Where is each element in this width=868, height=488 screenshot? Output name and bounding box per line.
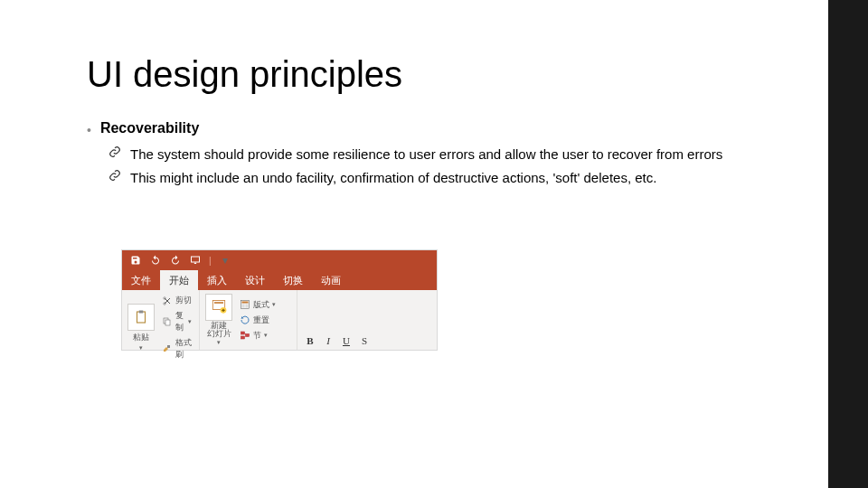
svg-rect-17 bbox=[246, 334, 250, 337]
svg-rect-1 bbox=[137, 312, 146, 323]
bullet-dot-icon: • bbox=[87, 120, 91, 140]
ribbon-body: 粘贴 ▾ 剪切 复制 ▾ bbox=[122, 290, 437, 350]
italic-button[interactable]: I bbox=[321, 333, 335, 348]
paintbrush-icon bbox=[162, 343, 173, 354]
svg-rect-6 bbox=[165, 320, 170, 325]
qat-separator: | bbox=[209, 256, 212, 266]
slide-title: UI design principles bbox=[87, 54, 796, 95]
tab-transitions[interactable]: 切换 bbox=[274, 270, 312, 290]
ribbon-tabs: 文件 开始 插入 设计 切换 动画 bbox=[122, 270, 437, 290]
undo-icon[interactable] bbox=[149, 254, 162, 267]
group-font: B I U S bbox=[297, 290, 437, 350]
tab-home[interactable]: 开始 bbox=[160, 270, 198, 290]
layout-icon bbox=[240, 299, 250, 310]
cut-button[interactable]: 剪切 bbox=[160, 294, 193, 307]
format-painter-button[interactable]: 格式刷 bbox=[160, 336, 193, 361]
tab-file[interactable]: 文件 bbox=[122, 270, 160, 290]
layout-button[interactable]: 版式 ▾ bbox=[238, 298, 278, 312]
shadow-button[interactable]: S bbox=[357, 333, 372, 348]
new-slide-label: 新建 幻灯片 bbox=[207, 322, 231, 338]
bullet-level2: This might include an undo facility, con… bbox=[108, 169, 796, 187]
bullet-level2: The system should provide some resilienc… bbox=[108, 145, 796, 164]
copy-icon bbox=[162, 316, 173, 327]
qat-customize-icon[interactable]: ▾ bbox=[219, 254, 231, 267]
font-style-row: B I U S bbox=[303, 333, 431, 348]
svg-rect-12 bbox=[242, 302, 249, 304]
slide-content: UI design principles • Recoverability Th… bbox=[87, 54, 796, 187]
accent-sidebar bbox=[828, 0, 868, 488]
tab-animations[interactable]: 动画 bbox=[312, 270, 350, 290]
reset-icon bbox=[240, 314, 250, 325]
svg-rect-2 bbox=[139, 311, 144, 314]
bullet-level1: • Recoverability bbox=[87, 120, 796, 140]
copy-button[interactable]: 复制 ▾ bbox=[160, 309, 193, 334]
new-slide-button[interactable] bbox=[205, 294, 232, 321]
underline-button[interactable]: U bbox=[339, 333, 354, 348]
reset-button[interactable]: 重置 bbox=[238, 314, 278, 327]
bold-button[interactable]: B bbox=[303, 333, 317, 348]
tab-design[interactable]: 设计 bbox=[236, 270, 274, 290]
bullet-list: • Recoverability The system should provi… bbox=[87, 120, 796, 187]
chevron-down-icon: ▾ bbox=[188, 318, 192, 325]
paste-button[interactable] bbox=[127, 304, 155, 331]
group-slides: 新建 幻灯片 ▾ 版式 ▾ 重置 bbox=[200, 290, 297, 350]
svg-rect-0 bbox=[192, 257, 200, 262]
tab-insert[interactable]: 插入 bbox=[198, 270, 236, 290]
link-bullet-icon bbox=[108, 145, 125, 158]
svg-rect-9 bbox=[214, 302, 223, 304]
chevron-down-icon: ▾ bbox=[264, 332, 268, 339]
section-icon bbox=[240, 330, 250, 341]
link-bullet-icon bbox=[108, 169, 125, 182]
save-icon[interactable] bbox=[129, 254, 142, 267]
redo-icon[interactable] bbox=[169, 254, 182, 267]
paste-dropdown-icon[interactable]: ▾ bbox=[139, 344, 143, 352]
section-button[interactable]: 节 ▾ bbox=[238, 329, 278, 343]
sub-bullet-text: The system should provide some resilienc… bbox=[130, 145, 722, 164]
group-clipboard: 粘贴 ▾ 剪切 复制 ▾ bbox=[122, 290, 200, 350]
svg-rect-15 bbox=[241, 332, 245, 334]
svg-rect-16 bbox=[241, 336, 245, 339]
chevron-down-icon: ▾ bbox=[272, 301, 276, 308]
quick-access-toolbar: | ▾ bbox=[122, 250, 437, 270]
scissors-icon bbox=[162, 296, 173, 306]
svg-rect-13 bbox=[242, 305, 245, 308]
slide: UI design principles • Recoverability Th… bbox=[0, 0, 868, 488]
start-slideshow-icon[interactable] bbox=[189, 254, 202, 267]
new-slide-dropdown-icon[interactable]: ▾ bbox=[217, 339, 221, 346]
bullet-label: Recoverability bbox=[100, 120, 199, 136]
sub-bullet-text: This might include an undo facility, con… bbox=[130, 169, 656, 187]
powerpoint-ribbon-screenshot: | ▾ 文件 开始 插入 设计 切换 动画 粘贴 ▾ bbox=[121, 249, 438, 351]
svg-rect-7 bbox=[167, 345, 170, 348]
paste-label: 粘贴 bbox=[133, 332, 149, 343]
svg-rect-14 bbox=[246, 305, 249, 308]
